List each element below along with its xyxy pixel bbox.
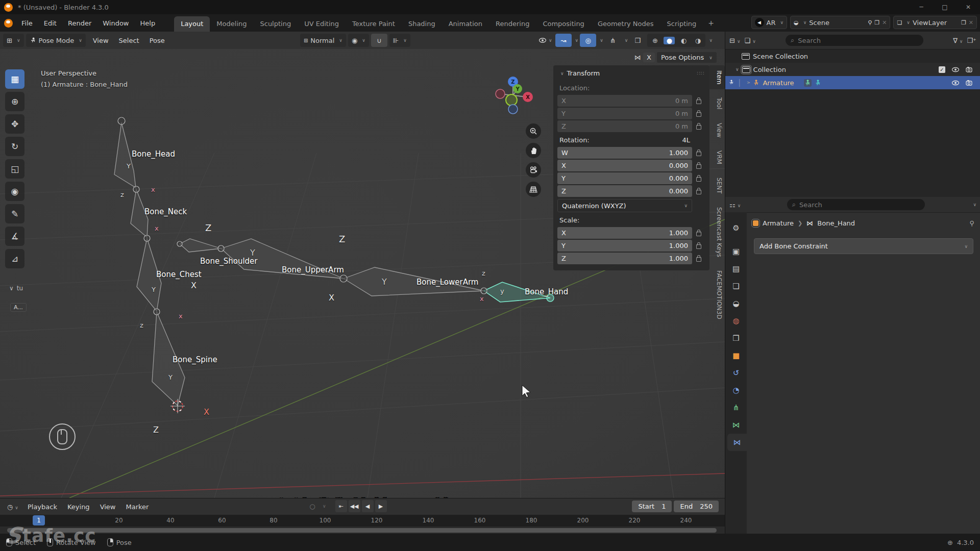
- tool-button[interactable]: ⊕: [5, 92, 24, 111]
- viewport-menu-item[interactable]: View: [88, 35, 114, 46]
- shading-mode-button[interactable]: ◑: [692, 37, 703, 44]
- timeline-ruler[interactable]: 20406080100120140160180200220240 1: [0, 515, 725, 527]
- mode-dropdown[interactable]: Pose Mode ∨: [26, 34, 86, 47]
- lock-icon[interactable]: [696, 232, 701, 236]
- menu-item[interactable]: File: [16, 17, 38, 29]
- auto-keying-toggle[interactable]: ○: [306, 500, 318, 512]
- scale-field-row[interactable]: Y1.000: [557, 240, 705, 252]
- delete-viewlayer-icon[interactable]: ✕: [969, 19, 973, 26]
- outliner-row-armature[interactable]: │ ∨ Armature: [725, 76, 980, 89]
- maximize-button[interactable]: □: [933, 0, 957, 14]
- add-bone-constraint-button[interactable]: Add Bone Constraint ∨: [754, 238, 973, 254]
- current-frame-marker[interactable]: 1: [33, 515, 45, 525]
- sidebar-tab[interactable]: Item: [709, 65, 725, 89]
- snap-settings-dropdown[interactable]: ⊪ ∨: [389, 34, 410, 47]
- camera-view-button[interactable]: [526, 162, 541, 178]
- add-workspace-button[interactable]: +: [703, 17, 719, 29]
- viewport-3d[interactable]: User Perspective (1) Armature : Bone_Han…: [0, 49, 725, 498]
- collapsed-annotation-button[interactable]: A...: [10, 303, 27, 312]
- editor-type-dropdown[interactable]: ⊞ ∨: [3, 34, 24, 47]
- shading-mode-button[interactable]: ◐: [678, 37, 689, 44]
- rotation-field-row[interactable]: W1.000: [557, 147, 705, 159]
- lock-icon[interactable]: [696, 164, 701, 169]
- menu-item[interactable]: Window: [97, 17, 134, 29]
- timeline-menu-item[interactable]: Marker: [120, 501, 154, 513]
- properties-tab[interactable]: ⋔: [725, 399, 747, 416]
- pose-display-dropdown[interactable]: ⋔: [605, 34, 621, 47]
- new-collection-button[interactable]: ❒⁺: [967, 37, 976, 44]
- workspace-tab[interactable]: UV Editing: [298, 16, 346, 32]
- properties-tab[interactable]: ■: [725, 347, 747, 364]
- menu-item[interactable]: Render: [62, 17, 97, 29]
- properties-tab[interactable]: ▤: [725, 260, 747, 278]
- viewport-menu-item[interactable]: Pose: [144, 35, 170, 46]
- zoom-button[interactable]: [526, 123, 541, 139]
- scale-field-row[interactable]: Z1.000: [557, 253, 705, 264]
- lock-icon[interactable]: [696, 257, 701, 262]
- disable-render-camera-icon[interactable]: [966, 66, 973, 72]
- frame-end-field[interactable]: End250: [674, 500, 719, 512]
- new-viewlayer-icon[interactable]: ❐: [961, 19, 966, 26]
- timeline-menu-item[interactable]: Playback: [22, 501, 62, 513]
- properties-tab[interactable]: ▣: [725, 243, 747, 260]
- tool-button[interactable]: ▦: [5, 69, 24, 89]
- snap-toggle[interactable]: ∪: [371, 34, 387, 47]
- breadcrumb-bone[interactable]: Bone_Hand: [817, 219, 855, 227]
- workspace-tab[interactable]: Scripting: [660, 16, 703, 32]
- lock-icon[interactable]: [696, 112, 701, 117]
- show-overlays-dropdown[interactable]: ◎: [580, 34, 596, 47]
- sidebar-tab[interactable]: SENT: [709, 172, 725, 199]
- sidebar-tab[interactable]: Screencast Keys: [709, 202, 725, 262]
- breadcrumb-object[interactable]: Armature: [763, 219, 794, 227]
- workspace-tab[interactable]: Animation: [442, 16, 489, 32]
- collapsed-operator-panel[interactable]: ∨ tu: [9, 285, 23, 292]
- shading-dropdown-icon[interactable]: ∨: [709, 38, 713, 43]
- lock-icon[interactable]: [696, 190, 701, 194]
- tool-button[interactable]: ✥: [5, 114, 24, 134]
- scrollbar-thumb[interactable]: [7, 528, 717, 533]
- scene-selector[interactable]: ◒ ∨ Scene ⚲ ❐ ✕: [790, 16, 890, 29]
- properties-tab[interactable]: ⋈: [725, 416, 747, 434]
- outliner-row-collection[interactable]: ∨ Collection ✓: [725, 63, 980, 76]
- sidebar-tab[interactable]: FACEMOTION3D: [709, 265, 725, 324]
- rotation-field-row[interactable]: Y0.000: [557, 172, 705, 184]
- workspace-tab[interactable]: Modeling: [210, 16, 253, 32]
- network-icon[interactable]: ⊕: [947, 539, 953, 546]
- hide-eye-icon[interactable]: [951, 80, 960, 86]
- timeline-menu-item[interactable]: View: [95, 501, 121, 513]
- properties-options-icon[interactable]: ∨: [973, 202, 976, 207]
- pivot-point-dropdown[interactable]: ◉ ∨: [348, 34, 369, 47]
- pin-icon[interactable]: ⚲: [969, 219, 974, 227]
- transport-button[interactable]: ◀: [362, 500, 374, 512]
- delete-scene-icon[interactable]: ✕: [882, 19, 887, 26]
- collection-checkbox[interactable]: ✓: [939, 66, 945, 73]
- outliner-row-scene-collection[interactable]: Scene Collection: [725, 49, 980, 63]
- transport-button[interactable]: ▶: [375, 500, 387, 512]
- lock-icon[interactable]: [696, 99, 701, 104]
- navigation-gizmo[interactable]: Z Y X: [491, 73, 535, 117]
- frame-start-field[interactable]: Start1: [632, 500, 672, 512]
- workspace-tab[interactable]: Texture Paint: [346, 16, 402, 32]
- minimize-button[interactable]: ─: [910, 0, 933, 14]
- location-field-row[interactable]: Y0 m: [557, 108, 705, 119]
- tool-button[interactable]: ↻: [5, 137, 24, 156]
- filter-dropdown[interactable]: ∇∨: [953, 37, 963, 44]
- show-gizmo-dropdown[interactable]: ↝: [555, 34, 572, 47]
- properties-tab[interactable]: ◒: [725, 295, 747, 312]
- pin-icon[interactable]: ⚲: [868, 19, 872, 26]
- new-scene-icon[interactable]: ❐: [874, 19, 879, 26]
- expand-icon[interactable]: ∨: [736, 67, 739, 72]
- properties-tab[interactable]: ◍: [725, 312, 747, 330]
- workspace-tab[interactable]: Layout: [174, 16, 210, 32]
- location-field-row[interactable]: X0 m: [557, 95, 705, 107]
- workspace-tab[interactable]: Shading: [402, 16, 442, 32]
- ar-dropdown[interactable]: ◀ AR ∨: [751, 16, 788, 29]
- timeline-scrollbar[interactable]: [0, 527, 725, 534]
- properties-tab[interactable]: ❒: [725, 330, 747, 347]
- menu-item[interactable]: Edit: [38, 17, 62, 29]
- sidebar-tab[interactable]: VRM: [709, 145, 725, 169]
- workspace-tab[interactable]: Geometry Nodes: [591, 16, 660, 32]
- workspace-tab[interactable]: Compositing: [536, 16, 591, 32]
- viewport-menu-item[interactable]: Select: [114, 35, 144, 46]
- object-visibility-dropdown[interactable]: ∨: [537, 34, 554, 47]
